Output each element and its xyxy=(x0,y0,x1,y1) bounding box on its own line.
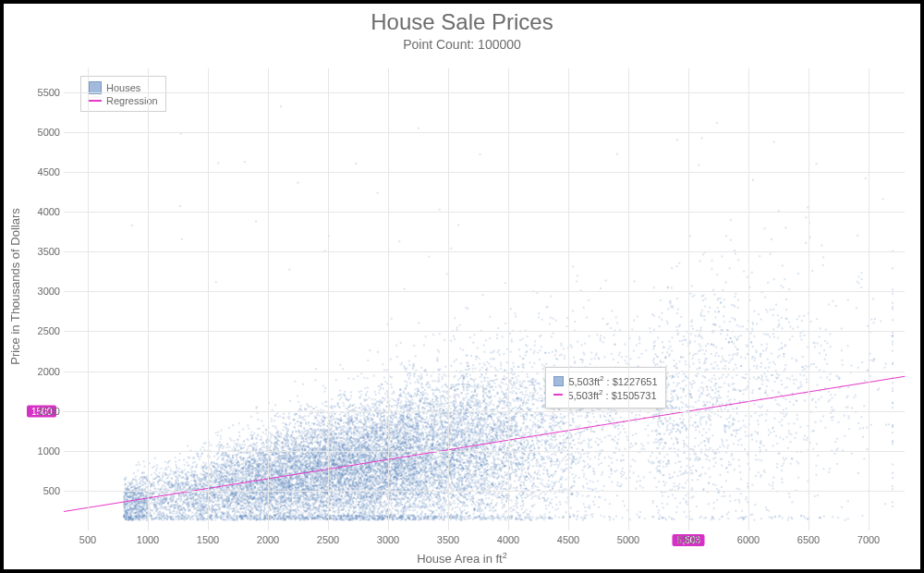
x-tick-label: 2500 xyxy=(317,534,339,545)
gridline-v xyxy=(508,68,509,530)
gridline-v xyxy=(688,68,689,530)
y-tick-label: 5500 xyxy=(27,87,60,98)
legend: Houses Regression xyxy=(80,76,166,112)
gridline-v xyxy=(628,68,629,530)
y-tick-label: 4000 xyxy=(27,206,60,217)
gridline-v xyxy=(208,68,209,530)
x-tick-label: 1000 xyxy=(137,534,159,545)
gridline-v xyxy=(869,68,869,530)
line-swatch-icon xyxy=(89,100,102,102)
gridline-h xyxy=(64,291,905,292)
legend-label: Regression xyxy=(106,95,158,106)
gridline-v xyxy=(388,68,389,530)
y-tick-label: 500 xyxy=(27,485,60,496)
x-tick-label: 500 xyxy=(79,534,96,545)
x-tick-label: 3000 xyxy=(377,534,399,545)
gridline-h xyxy=(64,411,905,412)
y-tick-label: 3500 xyxy=(27,246,60,257)
chart-subtitle: Point Count: 100000 xyxy=(4,37,920,52)
gridline-h xyxy=(64,212,905,213)
gridline-h xyxy=(64,331,905,332)
chart-panel: House Sale Prices Point Count: 100000 Pr… xyxy=(4,4,920,569)
scatter-canvas xyxy=(64,68,905,530)
line-swatch-icon xyxy=(553,394,563,396)
gridline-h xyxy=(64,451,905,452)
y-tick-label: 2500 xyxy=(27,325,60,336)
gridline-v xyxy=(568,68,569,530)
y-tick-label: 5000 xyxy=(27,127,60,138)
hover-tooltip: 5,503ft2 : $1227651 5,503ft2 : $1505731 xyxy=(545,367,665,408)
y-tick-label: 4500 xyxy=(27,166,60,177)
x-tick-label: 6500 xyxy=(797,534,820,545)
gridline-h xyxy=(64,172,905,173)
x-axis-label: House Area in ft2 xyxy=(4,551,920,566)
y-tick-label: 2000 xyxy=(27,366,60,377)
x-tick-label: 4000 xyxy=(497,534,519,545)
x-tick-label: 5500 xyxy=(677,534,699,545)
x-tick-label: 6000 xyxy=(737,534,760,545)
x-tick-label: 3500 xyxy=(437,534,459,545)
gridline-v xyxy=(748,68,749,530)
x-tick-label: 5000 xyxy=(617,534,639,545)
gridline-h xyxy=(64,251,905,252)
gridline-v xyxy=(328,68,329,530)
gridline-h xyxy=(64,491,905,492)
x-tick-label: 2000 xyxy=(257,534,279,545)
gridline-h xyxy=(64,372,905,372)
square-swatch-icon xyxy=(553,376,564,386)
chart-plot-area[interactable]: Houses Regression 1500 5,503 5,503ft2 : … xyxy=(64,68,905,530)
gridline-v xyxy=(88,68,89,530)
x-tick-label: 4500 xyxy=(557,534,579,545)
gridline-v xyxy=(148,68,149,530)
gridline-v xyxy=(808,68,809,530)
y-tick-label: 3000 xyxy=(27,286,60,297)
y-axis-label: Price in Thousands of Dollars xyxy=(8,129,22,286)
y-tick-label: 1500 xyxy=(27,406,60,417)
tooltip-row-regression: 5,503ft2 : $1505731 xyxy=(553,388,657,401)
chart-title: House Sale Prices xyxy=(4,9,920,35)
tooltip-row-houses: 5,503ft2 : $1227651 xyxy=(553,374,657,387)
y-tick-label: 1000 xyxy=(27,445,60,457)
gridline-v xyxy=(268,68,269,530)
gridline-v xyxy=(448,68,449,530)
gridline-h xyxy=(64,92,905,93)
gridline-h xyxy=(64,132,905,133)
x-tick-label: 1500 xyxy=(197,534,219,545)
x-tick-label: 7000 xyxy=(857,534,880,545)
